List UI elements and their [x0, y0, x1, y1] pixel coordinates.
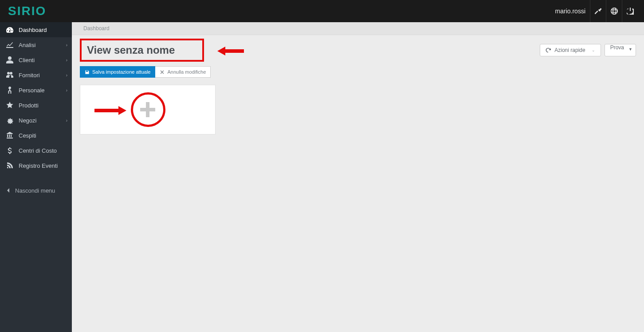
annotation-arrow-icon: [94, 106, 126, 115]
wrench-icon[interactable]: [590, 0, 606, 22]
brand-text: SIRIO: [8, 4, 46, 18]
nav-prodotti[interactable]: Prodotti: [0, 98, 72, 113]
chevron-right-icon: ›: [66, 88, 67, 93]
chevron-right-icon: ›: [66, 43, 67, 47]
dollar-icon: [6, 147, 13, 154]
nav-label: Personale: [19, 87, 45, 94]
sidebar: Dashboard Analisi › Clienti › Fornitori …: [0, 22, 72, 332]
plus-icon: [135, 97, 160, 122]
header-buttons: Azioni rapide ⌄ Prova: [540, 44, 636, 56]
svg-marker-0: [217, 47, 244, 55]
brand-logo[interactable]: SIRIO: [0, 0, 46, 22]
breadcrumb-item: Dashboard: [83, 25, 110, 32]
chart-icon: [6, 41, 13, 48]
nav-label: Prodotti: [19, 102, 39, 109]
svg-marker-1: [94, 106, 126, 115]
view-selector-value: Prova: [605, 44, 636, 56]
user-icon: [6, 56, 13, 63]
nav-label: Cespiti: [19, 132, 36, 139]
toolbar: Salva impostazione attuale Annulla modif…: [80, 66, 644, 78]
annotation-arrow-icon: [217, 46, 244, 56]
chevron-right-icon: ›: [66, 118, 67, 123]
nav-registro-eventi[interactable]: Registro Eventi: [0, 158, 72, 173]
save-layout-button[interactable]: Salva impostazione attuale: [80, 66, 155, 78]
nav-label: Clienti: [19, 57, 35, 63]
users-icon: [6, 71, 13, 79]
close-icon: [160, 70, 165, 75]
hide-menu-label: Nascondi menu: [15, 187, 55, 194]
nav-label: Negozi: [19, 117, 36, 124]
current-user[interactable]: mario.rossi: [551, 8, 590, 15]
nav-label: Fornitori: [19, 72, 40, 79]
chevron-down-icon: ⌄: [592, 48, 595, 52]
nav-negozi[interactable]: Negozi ›: [0, 113, 72, 128]
hide-menu-button[interactable]: Nascondi menu: [0, 183, 72, 198]
page-title[interactable]: View senza nome: [80, 39, 204, 62]
nav-personale[interactable]: Personale ›: [0, 83, 72, 98]
breadcrumb[interactable]: Dashboard: [72, 22, 644, 35]
nav-cespiti[interactable]: Cespiti: [0, 128, 72, 143]
chevron-left-icon: [6, 188, 11, 193]
refresh-icon: [546, 47, 551, 53]
nav-dashboard[interactable]: Dashboard: [0, 22, 72, 37]
quick-actions-button[interactable]: Azioni rapide ⌄: [540, 44, 601, 56]
view-selector[interactable]: Prova: [605, 44, 636, 56]
content-area: Dashboard View senza nome Azioni rapide …: [72, 22, 644, 332]
gear-icon: [6, 117, 13, 124]
nav-label: Dashboard: [19, 27, 47, 33]
cancel-label: Annulla modifiche: [167, 69, 206, 75]
chevron-right-icon: ›: [66, 58, 67, 63]
topbar: SIRIO mario.rossi: [0, 0, 644, 22]
star-icon: [6, 102, 13, 109]
save-icon: [85, 70, 90, 75]
nav-clienti[interactable]: Clienti ›: [0, 52, 72, 67]
person-icon: [6, 87, 13, 94]
nav-label: Registro Eventi: [19, 162, 58, 169]
nav-fornitori[interactable]: Fornitori ›: [0, 67, 72, 83]
globe-icon[interactable]: [606, 0, 622, 22]
nav-label: Analisi: [19, 42, 35, 48]
topbar-right: mario.rossi: [551, 0, 638, 22]
page-header: View senza nome Azioni rapide ⌄ Prova: [72, 35, 644, 62]
rss-icon: [6, 162, 13, 169]
nav-label: Centri di Costo: [19, 147, 57, 154]
page-title-wrap: View senza nome: [80, 39, 204, 62]
power-icon[interactable]: [622, 0, 638, 22]
columns-icon: [6, 132, 13, 139]
cancel-changes-button[interactable]: Annulla modifiche: [155, 66, 211, 78]
nav-centri-costo[interactable]: Centri di Costo: [0, 143, 72, 158]
add-widget-card[interactable]: [80, 85, 216, 134]
save-label: Salva impostazione attuale: [92, 69, 150, 75]
chevron-right-icon: ›: [66, 73, 67, 78]
nav-analisi[interactable]: Analisi ›: [0, 37, 72, 52]
quick-actions-label: Azioni rapide: [554, 47, 585, 53]
dashboard-icon: [6, 26, 13, 33]
